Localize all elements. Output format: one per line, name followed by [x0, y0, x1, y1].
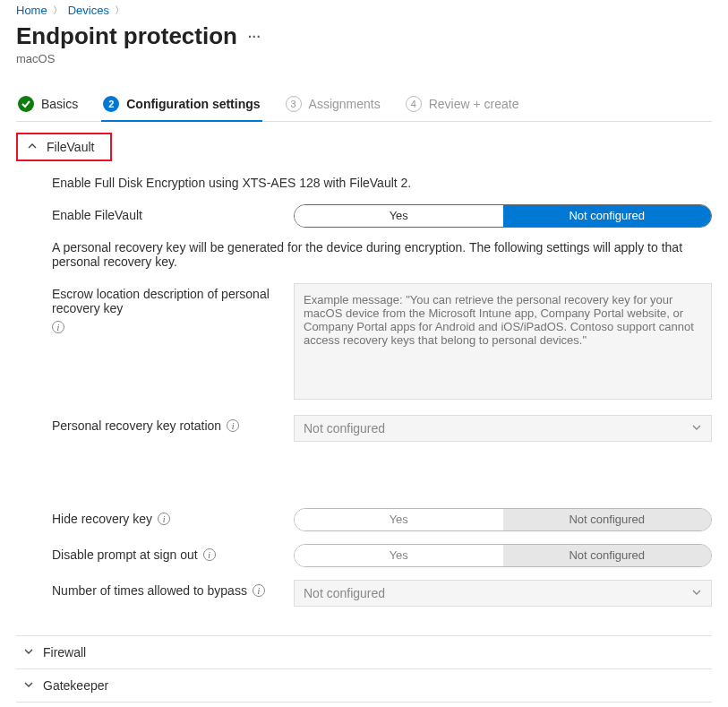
tab-label: Assignments	[309, 97, 381, 111]
breadcrumb: Home 〉 Devices 〉	[16, 4, 712, 17]
tab-review-create[interactable]: 4 Review + create	[404, 91, 521, 121]
section-header-gatekeeper[interactable]: Gatekeeper	[16, 669, 712, 702]
chevron-right-icon: 〉	[53, 4, 63, 17]
section-header-firewall[interactable]: Firewall	[16, 636, 712, 668]
disable-prompt-yes[interactable]: Yes	[295, 545, 503, 566]
chevron-down-icon	[691, 586, 702, 600]
filevault-description: Enable Full Disk Encryption using XTS-AE…	[52, 176, 712, 190]
rotation-label: Personal recovery key rotation	[52, 418, 221, 433]
section-title: Firewall	[43, 645, 86, 660]
tab-label: Configuration settings	[126, 97, 260, 111]
hide-key-label: Hide recovery key	[52, 512, 152, 526]
chevron-down-icon	[691, 421, 702, 435]
breadcrumb-home[interactable]: Home	[16, 4, 47, 17]
info-icon[interactable]: i	[158, 513, 170, 525]
bypass-value: Not configured	[304, 586, 385, 600]
rotation-select[interactable]: Not configured	[294, 415, 712, 442]
tab-assignments[interactable]: 3 Assignments	[284, 91, 382, 121]
tab-label: Basics	[41, 97, 78, 111]
breadcrumb-devices[interactable]: Devices	[68, 4, 109, 17]
hide-key-yes[interactable]: Yes	[295, 509, 503, 530]
step-number-icon: 4	[406, 96, 422, 112]
step-number-icon: 3	[286, 96, 302, 112]
info-icon[interactable]: i	[253, 584, 265, 597]
section-body-filevault: Enable Full Disk Encryption using XTS-AE…	[16, 161, 712, 636]
section-title: Gatekeeper	[43, 678, 108, 693]
page-title: Endpoint protection	[16, 22, 237, 50]
section-title: FileVault	[47, 140, 94, 154]
check-icon	[18, 96, 34, 112]
chevron-up-icon	[27, 141, 38, 154]
disable-prompt-not-configured[interactable]: Not configured	[503, 545, 712, 566]
rotation-value: Not configured	[304, 421, 385, 435]
tab-label: Review + create	[429, 97, 519, 111]
hide-key-toggle[interactable]: Yes Not configured	[294, 508, 712, 531]
info-icon[interactable]: i	[52, 321, 64, 333]
enable-filevault-yes[interactable]: Yes	[295, 205, 503, 227]
bypass-select[interactable]: Not configured	[294, 580, 712, 607]
chevron-down-icon	[23, 679, 34, 693]
tab-configuration-settings[interactable]: 2 Configuration settings	[101, 91, 261, 121]
section-header-filevault[interactable]: FileVault	[16, 133, 112, 161]
more-button[interactable]: ···	[248, 30, 261, 44]
enable-filevault-label: Enable FileVault	[52, 204, 294, 222]
escrow-label: Escrow location description of personal …	[52, 287, 285, 315]
recovery-key-note: A personal recovery key will be generate…	[52, 240, 712, 269]
disable-prompt-label: Disable prompt at sign out	[52, 547, 198, 562]
page-subtitle: macOS	[16, 52, 712, 65]
bypass-label: Number of times allowed to bypass	[52, 583, 247, 598]
wizard-tabs: Basics 2 Configuration settings 3 Assign…	[16, 91, 712, 122]
tab-basics[interactable]: Basics	[16, 91, 80, 121]
disable-prompt-toggle[interactable]: Yes Not configured	[294, 544, 712, 567]
enable-filevault-not-configured[interactable]: Not configured	[503, 205, 712, 227]
info-icon[interactable]: i	[227, 419, 239, 432]
info-icon[interactable]: i	[203, 548, 216, 561]
escrow-description-input[interactable]	[294, 283, 712, 400]
hide-key-not-configured[interactable]: Not configured	[503, 509, 712, 530]
enable-filevault-toggle[interactable]: Yes Not configured	[294, 204, 712, 228]
chevron-down-icon	[23, 646, 34, 660]
step-number-icon: 2	[103, 96, 119, 112]
chevron-right-icon: 〉	[115, 4, 124, 17]
